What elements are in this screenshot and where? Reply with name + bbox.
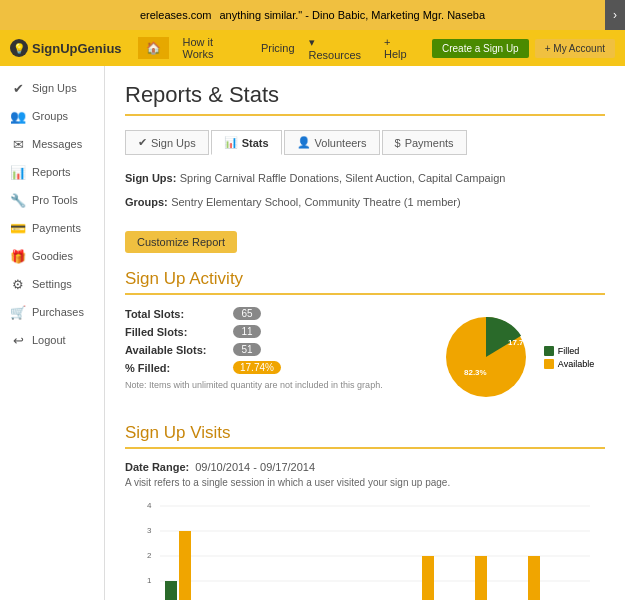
tab-volunteers-icon: 👤 <box>297 136 311 149</box>
svg-text:82.3%: 82.3% <box>464 368 487 377</box>
stat-row-filled: Filled Slots: 11 <box>125 325 405 338</box>
logo: 💡 SignUpGenius <box>10 39 122 57</box>
messages-icon: ✉ <box>10 136 26 152</box>
sidebar-label-groups: Groups <box>32 110 68 122</box>
nav-home[interactable]: 🏠 <box>138 37 169 59</box>
signups-value: Spring Carnival Raffle Donations, Silent… <box>180 172 506 184</box>
content-area: Reports & Stats ✔ Sign Ups 📊 Stats 👤 Vol… <box>105 66 625 600</box>
sidebar-item-logout[interactable]: ↩ Logout <box>0 326 104 354</box>
customize-report-button[interactable]: Customize Report <box>125 231 237 253</box>
signups-info: Sign Ups: Spring Carnival Raffle Donatio… <box>125 171 605 185</box>
nav-help[interactable]: + Help <box>384 36 416 60</box>
stat-filled-label: Filled Slots: <box>125 326 225 338</box>
ad-content: ereleases.com anything similar." - Dino … <box>140 9 485 21</box>
nav-pricing[interactable]: Pricing <box>261 42 295 54</box>
logo-icon: 💡 <box>10 39 28 57</box>
tab-stats[interactable]: 📊 Stats <box>211 130 282 155</box>
tab-payments-icon: $ <box>395 137 401 149</box>
sidebar-label-reports: Reports <box>32 166 71 178</box>
tab-volunteers-label: Volunteers <box>315 137 367 149</box>
stat-row-total: Total Slots: 65 <box>125 307 405 320</box>
bar-chart-svg: 4 3 2 1 0 <box>125 498 605 600</box>
legend-filled: Filled <box>544 346 594 356</box>
ad-quote: anything similar." - Dino Babic, Marketi… <box>219 9 485 21</box>
ad-site: ereleases.com <box>140 9 212 21</box>
tab-signups[interactable]: ✔ Sign Ups <box>125 130 209 155</box>
tab-payments-label: Payments <box>405 137 454 149</box>
protools-icon: 🔧 <box>10 192 26 208</box>
stats-area: Total Slots: 65 Filled Slots: 11 Availab… <box>125 307 605 407</box>
sidebar-item-purchases[interactable]: 🛒 Purchases <box>0 298 104 326</box>
signups-icon: ✔ <box>10 80 26 96</box>
sidebar-label-protools: Pro Tools <box>32 194 78 206</box>
settings-icon: ⚙ <box>10 276 26 292</box>
sidebar-label-logout: Logout <box>32 334 66 346</box>
create-signup-button[interactable]: Create a Sign Up <box>432 39 529 58</box>
stat-available-label: Available Slots: <box>125 344 225 356</box>
visits-section-title: Sign Up Visits <box>125 423 605 449</box>
bar-silent-0 <box>165 581 177 600</box>
sidebar-item-protools[interactable]: 🔧 Pro Tools <box>0 186 104 214</box>
svg-text:17.7%: 17.7% <box>508 338 531 347</box>
main-layout: ✔ Sign Ups 👥 Groups ✉ Messages 📊 Reports… <box>0 66 625 600</box>
bar-capital-7 <box>528 556 540 600</box>
sidebar-label-payments: Payments <box>32 222 81 234</box>
legend-available: Available <box>544 359 594 369</box>
groups-icon: 👥 <box>10 108 26 124</box>
pie-chart: 17.7% 82.3% <box>436 307 536 407</box>
sidebar-item-groups[interactable]: 👥 Groups <box>0 102 104 130</box>
activity-section-title: Sign Up Activity <box>125 269 605 295</box>
sidebar-item-settings[interactable]: ⚙ Settings <box>0 270 104 298</box>
legend-available-label: Available <box>558 359 594 369</box>
sidebar-item-reports[interactable]: 📊 Reports <box>0 158 104 186</box>
nav-bar: 💡 SignUpGenius 🏠 How it Works Pricing ▾ … <box>0 30 625 66</box>
pie-chart-area: 17.7% 82.3% Filled Available <box>425 307 605 407</box>
payments-icon: 💳 <box>10 220 26 236</box>
svg-text:1: 1 <box>147 576 152 585</box>
bar-capital-0 <box>179 531 191 600</box>
tab-signups-label: Sign Ups <box>151 137 196 149</box>
nav-resources[interactable]: ▾ Resources <box>309 36 370 61</box>
bar-capital-6 <box>475 556 487 600</box>
tabs: ✔ Sign Ups 📊 Stats 👤 Volunteers $ Paymen… <box>125 130 605 155</box>
nav-how-it-works[interactable]: How it Works <box>183 36 247 60</box>
stat-row-available: Available Slots: 51 <box>125 343 405 356</box>
visits-note: A visit refers to a single session in wh… <box>125 477 605 488</box>
legend-filled-label: Filled <box>558 346 580 356</box>
logo-text: SignUpGenius <box>32 41 122 56</box>
sidebar-label-goodies: Goodies <box>32 250 73 262</box>
ad-arrow[interactable]: › <box>605 0 625 30</box>
legend-available-dot <box>544 359 554 369</box>
groups-info: Groups: Sentry Elementary School, Commun… <box>125 195 605 209</box>
groups-value: Sentry Elementary School, Community Thea… <box>171 196 461 208</box>
page-title: Reports & Stats <box>125 82 605 116</box>
stat-row-pct: % Filled: 17.74% <box>125 361 405 374</box>
sidebar: ✔ Sign Ups 👥 Groups ✉ Messages 📊 Reports… <box>0 66 105 600</box>
stat-pct-value: 17.74% <box>233 361 281 374</box>
tab-stats-icon: 📊 <box>224 136 238 149</box>
sidebar-item-messages[interactable]: ✉ Messages <box>0 130 104 158</box>
tab-payments[interactable]: $ Payments <box>382 130 467 155</box>
stat-total-label: Total Slots: <box>125 308 225 320</box>
sidebar-label-purchases: Purchases <box>32 306 84 318</box>
sidebar-item-payments[interactable]: 💳 Payments <box>0 214 104 242</box>
stat-filled-value: 11 <box>233 325 261 338</box>
nav-links: 🏠 How it Works Pricing ▾ Resources + Hel… <box>138 36 416 61</box>
tab-stats-label: Stats <box>242 137 269 149</box>
sidebar-item-goodies[interactable]: 🎁 Goodies <box>0 242 104 270</box>
svg-text:4: 4 <box>147 501 152 510</box>
goodies-icon: 🎁 <box>10 248 26 264</box>
svg-text:2: 2 <box>147 551 152 560</box>
tab-volunteers[interactable]: 👤 Volunteers <box>284 130 380 155</box>
logout-icon: ↩ <box>10 332 26 348</box>
sidebar-label-signups: Sign Ups <box>32 82 77 94</box>
my-account-button[interactable]: + My Account <box>535 39 615 58</box>
date-range-row: Date Range: 09/10/2014 - 09/17/2014 <box>125 461 605 473</box>
sidebar-item-signups[interactable]: ✔ Sign Ups <box>0 74 104 102</box>
stats-left: Total Slots: 65 Filled Slots: 11 Availab… <box>125 307 405 407</box>
legend-filled-dot <box>544 346 554 356</box>
stat-note: Note: Items with unlimited quantity are … <box>125 380 405 392</box>
ad-bar: ereleases.com anything similar." - Dino … <box>0 0 625 30</box>
bar-capital-5 <box>422 556 434 600</box>
stat-pct-label: % Filled: <box>125 362 225 374</box>
